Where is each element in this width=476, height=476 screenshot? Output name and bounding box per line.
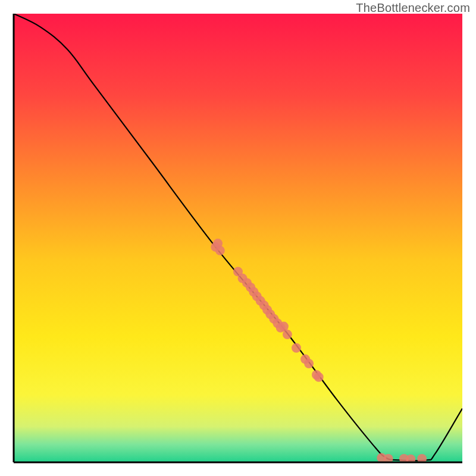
chart-container: TheBottlenecker.com: [0, 0, 476, 476]
data-point: [215, 246, 225, 255]
data-point: [314, 372, 324, 382]
data-point: [292, 343, 301, 353]
data-point: [283, 330, 292, 339]
gradient-background: [14, 14, 462, 462]
attribution-text: TheBottlenecker.com: [356, 1, 470, 15]
chart-plot: [14, 14, 462, 462]
data-point: [304, 359, 314, 368]
